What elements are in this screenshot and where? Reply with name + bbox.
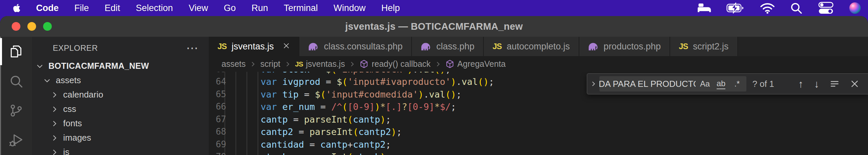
symbol-icon bbox=[360, 59, 369, 68]
chevron-down-icon bbox=[43, 76, 52, 85]
find-controls: ↑ ↓ bbox=[798, 79, 868, 89]
code-line-69[interactable]: 69cantidad = cantp+cantp2; bbox=[209, 138, 868, 151]
next-match-icon[interactable]: ↓ bbox=[814, 79, 819, 89]
js-file-icon: JS bbox=[493, 42, 501, 51]
explorer-header: EXPLORER ⋯ bbox=[32, 37, 209, 54]
tab-class-consultas-php[interactable]: class.consultas.php bbox=[299, 37, 412, 56]
chevron-right-icon bbox=[50, 105, 59, 114]
menu-help[interactable]: Help bbox=[381, 3, 400, 13]
line-number: 69 bbox=[209, 138, 226, 151]
workbench: EXPLORER ⋯ BOTICACMFARMA_NEWassetscalend… bbox=[0, 37, 868, 155]
line-number: 64 bbox=[209, 75, 226, 88]
line-number: 68 bbox=[209, 126, 226, 138]
tree-item-calendario[interactable]: calendario bbox=[32, 88, 209, 102]
window-title: jsventas.js — BOTICACMFARMA_new bbox=[0, 21, 868, 32]
toggle-replace-icon[interactable] bbox=[587, 74, 599, 94]
line-number: 66 bbox=[209, 100, 226, 113]
activity-search-icon[interactable] bbox=[0, 66, 32, 96]
breadcrumb-separator-icon bbox=[348, 60, 356, 68]
find-input[interactable]: DA PARA EL PRODUCTO Aa ab .* bbox=[599, 76, 746, 92]
apple-menu-icon[interactable] bbox=[13, 3, 21, 13]
menu-window[interactable]: Window bbox=[334, 3, 366, 13]
battery-charging-icon[interactable] bbox=[726, 2, 745, 14]
menu-code[interactable]: Code bbox=[36, 3, 59, 13]
tree-item-images[interactable]: images bbox=[32, 131, 209, 145]
macos-menu-bar: CodeFileEditSelectionViewGoRunTerminalWi… bbox=[0, 0, 868, 16]
file-tree: BOTICACMFARMA_NEWassetscalendariocssfont… bbox=[32, 59, 209, 155]
chevron-right-icon bbox=[50, 119, 59, 128]
menu-go[interactable]: Go bbox=[224, 3, 236, 13]
whole-word-icon[interactable]: ab bbox=[714, 77, 728, 91]
menu-selection[interactable]: Selection bbox=[136, 3, 173, 13]
code-line-68[interactable]: 68cantp2 = parseInt(cantp2); bbox=[209, 126, 868, 138]
tree-item-fonts[interactable]: fonts bbox=[32, 116, 209, 131]
code-line-66[interactable]: 66var er_num = /^([0-9])*[.]?[0-9]*$/; bbox=[209, 100, 868, 113]
code-line-67[interactable]: 67cantp = parseInt(cantp); bbox=[209, 113, 868, 126]
find-results-count: ? of 1 bbox=[752, 79, 774, 89]
line-number: 63 bbox=[209, 72, 226, 75]
activity-source-control-icon[interactable] bbox=[0, 96, 32, 126]
window-controls bbox=[0, 22, 52, 31]
control-center-icon[interactable] bbox=[817, 2, 835, 14]
match-case-icon[interactable]: Aa bbox=[698, 77, 712, 91]
screen: CodeFileEditSelectionViewGoRunTerminalWi… bbox=[0, 0, 868, 155]
close-find-icon[interactable] bbox=[850, 79, 859, 89]
find-in-selection-icon[interactable] bbox=[830, 79, 839, 89]
menu-run[interactable]: Run bbox=[252, 3, 268, 13]
breadcrumb-item[interactable]: AgregaVenta bbox=[445, 59, 506, 69]
zoom-button[interactable] bbox=[43, 22, 52, 31]
php-file-icon bbox=[421, 42, 431, 51]
breadcrumb-item[interactable]: ready() callback bbox=[360, 59, 430, 69]
code-editor[interactable]: 63var stock = $('input#stock').val();64v… bbox=[209, 72, 868, 155]
previous-match-icon[interactable]: ↑ bbox=[798, 79, 804, 89]
find-widget: DA PARA EL PRODUCTO Aa ab .* ? of 1 ↑ ↓ bbox=[587, 73, 868, 95]
menu-view[interactable]: View bbox=[189, 3, 208, 13]
find-query-text: DA PARA EL PRODUCTO bbox=[599, 79, 695, 89]
tab-script2-js[interactable]: JSscript2.js bbox=[670, 37, 738, 56]
breadcrumb-item[interactable]: script bbox=[260, 59, 280, 69]
close-button[interactable] bbox=[12, 22, 20, 31]
tab-productos-php[interactable]: productos.php bbox=[579, 37, 670, 56]
chevron-right-icon bbox=[50, 148, 59, 155]
tab-jsventas-js[interactable]: JSjsventas.js bbox=[209, 37, 299, 56]
tab-autocompleto-js[interactable]: JSautocompleto.js bbox=[484, 37, 579, 56]
tree-item-boticacmfarma_new[interactable]: BOTICACMFARMA_NEW bbox=[32, 59, 209, 73]
breadcrumb-item[interactable]: assets bbox=[221, 59, 246, 69]
tree-item-css[interactable]: css bbox=[32, 102, 209, 116]
tab-bar: JSjsventas.jsclass.consultas.phpclass.ph… bbox=[209, 37, 868, 56]
window-title-bar[interactable]: jsventas.js — BOTICACMFARMA_new bbox=[0, 16, 868, 37]
php-file-icon bbox=[588, 42, 599, 51]
menu-bar-status-icons bbox=[697, 2, 868, 14]
sleep-icon[interactable] bbox=[697, 3, 712, 13]
js-file-icon: JS bbox=[295, 60, 303, 68]
explorer-sidebar: EXPLORER ⋯ BOTICACMFARMA_NEWassetscalend… bbox=[32, 37, 209, 155]
activity-bar bbox=[0, 37, 32, 155]
breadcrumb-separator-icon bbox=[249, 60, 256, 68]
symbol-icon bbox=[445, 59, 454, 68]
use-regex-icon[interactable]: .* bbox=[730, 77, 744, 91]
vscode-window: jsventas.js — BOTICACMFARMA_new EXPLORER… bbox=[0, 16, 868, 155]
find-options: Aa ab .* bbox=[698, 77, 744, 91]
activity-run-and-debug-icon[interactable] bbox=[0, 126, 32, 155]
wifi-icon[interactable] bbox=[760, 2, 775, 14]
menu-edit[interactable]: Edit bbox=[104, 3, 120, 13]
menu-file[interactable]: File bbox=[74, 3, 89, 13]
minimize-button[interactable] bbox=[27, 22, 36, 31]
explorer-title: EXPLORER bbox=[53, 43, 98, 53]
breadcrumb-item[interactable]: JSjsventas.js bbox=[295, 59, 345, 69]
close-tab-icon[interactable] bbox=[283, 41, 290, 52]
js-file-icon: JS bbox=[217, 42, 226, 51]
tab-class-php[interactable]: class.php bbox=[412, 37, 484, 56]
php-file-icon bbox=[308, 42, 319, 51]
tree-item-assets[interactable]: assets bbox=[32, 73, 209, 88]
chevron-right-icon bbox=[50, 134, 59, 142]
tree-item-js[interactable]: js bbox=[32, 145, 209, 155]
line-number: 65 bbox=[209, 88, 226, 101]
code-line-70[interactable]: 70stock = parseInt(stock); bbox=[209, 151, 868, 155]
activity-explorer-icon[interactable] bbox=[0, 37, 32, 66]
line-number: 67 bbox=[209, 113, 226, 126]
menu-terminal[interactable]: Terminal bbox=[284, 3, 318, 13]
siri-icon[interactable] bbox=[849, 2, 861, 14]
breadcrumb-separator-icon bbox=[434, 60, 442, 68]
spotlight-search-icon[interactable] bbox=[790, 2, 803, 14]
